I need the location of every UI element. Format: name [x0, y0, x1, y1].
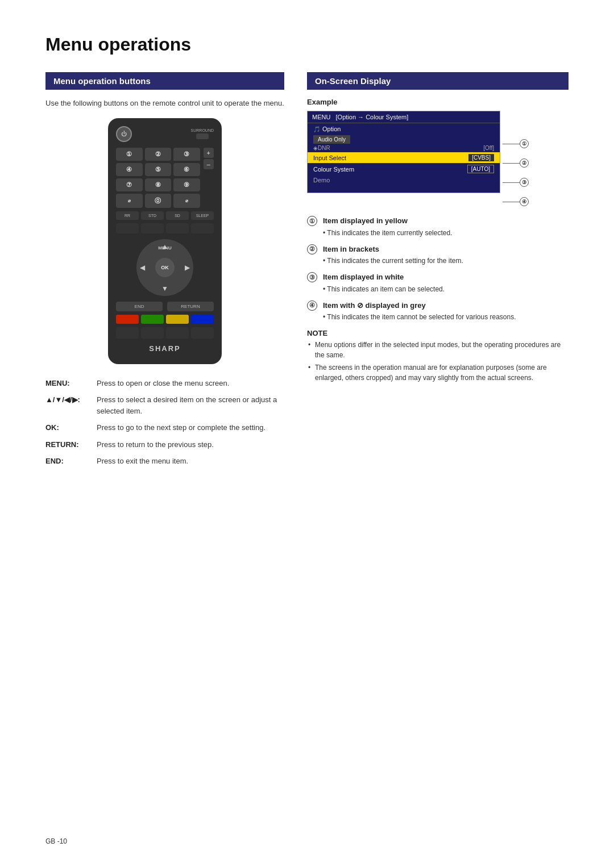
annotation-descriptions: ① Item displayed in yellow This indicate… [307, 215, 569, 322]
func-rect-4[interactable] [191, 223, 214, 233]
osd-header-text: MENU [Option → Colour System] [312, 114, 408, 120]
num-3-button[interactable]: ③ [173, 148, 200, 161]
power-button[interactable]: ⏻ [116, 126, 132, 142]
ann-num-4: ④ [503, 197, 529, 206]
ann-line-1 [503, 144, 520, 144]
num-6-button[interactable]: ⑥ [173, 163, 200, 176]
osd-option-label: Option [322, 126, 341, 132]
vol-plus-button[interactable]: + [204, 148, 214, 158]
function-row: RR STD SD SLEEP [116, 211, 214, 220]
ok-key-label: OK: [45, 422, 91, 433]
note-section: NOTE Menu options differ in the selected… [307, 329, 569, 383]
arrow-key-desc: ▲/▼/◀/▶: Press to select a desired item … [45, 394, 284, 416]
osd-demo-row: Demo [308, 175, 500, 187]
right-section-header: On-Screen Display [307, 72, 569, 90]
num-4-button[interactable]: ④ [116, 163, 143, 176]
note-2: The screens in the operation manual are … [307, 362, 569, 383]
num-2-button[interactable]: ② [145, 148, 172, 161]
ann-line-2 [503, 163, 520, 164]
menu-key-desc: MENU: Press to open or close the menu sc… [45, 378, 284, 389]
page-footer: GB -10 [45, 837, 67, 845]
sd-button[interactable]: SD [166, 211, 189, 220]
osd-audio-only-row: Audio Only [308, 135, 500, 144]
osd-header-bar: MENU [Option → Colour System] [308, 111, 500, 123]
func-rect-3[interactable] [166, 223, 189, 233]
osd-off-label: [Off] [483, 145, 494, 151]
color-rect-2[interactable] [141, 327, 164, 339]
annotation-4: ④ Item with ⊘ displayed in grey This ind… [307, 300, 569, 323]
dpad-ring: ▲ ▼ ◀ ▶ MENU OK [136, 239, 193, 296]
num-0-button[interactable]: ⓪ [145, 194, 172, 208]
dpad-left-icon: ◀ [140, 264, 145, 272]
osd-option-row: 🎵 Option [308, 123, 500, 135]
color-rect-4[interactable] [191, 327, 214, 339]
num-9-button[interactable]: ⑨ [173, 178, 200, 191]
surround-label: SURROUND [191, 128, 214, 132]
blue-button[interactable] [191, 315, 214, 324]
ann-4-num: ④ [307, 301, 317, 311]
ann-circle-3: ③ [520, 178, 529, 187]
osd-dnr-label: ◈DNR [313, 145, 330, 151]
annotation-2: ② Item in brackets This indicates the cu… [307, 244, 569, 266]
num-1-button[interactable]: ① [116, 148, 143, 161]
osd-side-numbers: ① ② ③ ④ [500, 111, 529, 206]
ann-3-content: Item displayed in white This indicates a… [323, 272, 445, 294]
volume-buttons: + – [204, 148, 214, 208]
note-title: NOTE [307, 329, 569, 337]
ann-circle-4: ④ [520, 197, 529, 206]
osd-demo-label: Demo [313, 177, 494, 183]
annotation-3: ③ Item displayed in white This indicates… [307, 272, 569, 294]
return-key-desc: RETURN: Press to return to the previous … [45, 439, 284, 450]
num-7-button[interactable]: ⑦ [116, 178, 143, 191]
ann-4-title: Item with ⊘ displayed in grey [323, 300, 516, 311]
ann-num-2: ② [503, 158, 529, 168]
yellow-button[interactable] [166, 315, 189, 324]
end-return-row: END RETURN [116, 302, 214, 311]
intro-text: Use the following buttons on the remote … [45, 98, 284, 109]
osd-bottom-spacer [308, 187, 500, 193]
ann-1-content: Item displayed in yellow This indicates … [323, 215, 452, 238]
num-5-button[interactable]: ⑤ [145, 163, 172, 176]
return-key-label: RETURN: [45, 439, 91, 450]
function-row-rects [116, 223, 214, 233]
arrow-key-text: Press to select a desired item on the sc… [97, 394, 284, 416]
ok-button[interactable]: MENU OK [155, 258, 175, 277]
color-buttons-row [116, 315, 214, 324]
menu-key-label: MENU: [45, 378, 91, 389]
color-rect-1[interactable] [116, 327, 139, 339]
ann-2-content: Item in brackets This indicates the curr… [323, 244, 463, 266]
osd-display: MENU [Option → Colour System] 🎵 Option A… [307, 111, 500, 193]
osd-colour-system-row: Colour System [AUTO] [308, 163, 500, 175]
arrow-key-label: ▲/▼/◀/▶: [45, 394, 91, 406]
ann-2-title: Item in brackets [323, 244, 463, 255]
remote-control: ⏻ SURROUND ① ② ③ ④ ⑤ ⑥ ⑦ ⑧ ⑨ [108, 118, 222, 364]
ann-1-bullet: This indicates the item currently select… [323, 228, 452, 238]
return-button[interactable]: RETURN [167, 302, 214, 311]
red-button[interactable] [116, 315, 139, 324]
std-button[interactable]: STD [141, 211, 164, 220]
num-8-button[interactable]: ⑧ [145, 178, 172, 191]
ann-num-3: ③ [503, 178, 529, 187]
number-grid: ① ② ③ ④ ⑤ ⑥ ⑦ ⑧ ⑨ ⌀ ⓪ ⌀ [116, 148, 200, 208]
color-rect-3[interactable] [166, 327, 189, 339]
end-key-label: END: [45, 456, 91, 467]
ann-3-num: ③ [307, 272, 317, 282]
brand-logo: SHARP [149, 344, 181, 353]
dpad-down-icon: ▼ [161, 285, 168, 293]
rr-button[interactable]: RR [116, 211, 139, 220]
func-rect-2[interactable] [141, 223, 164, 233]
ann-num-1: ① [503, 139, 529, 148]
surround-button[interactable] [196, 133, 209, 139]
symbol-button[interactable]: ⌀ [116, 194, 143, 208]
ann-1-title: Item displayed in yellow [323, 215, 452, 227]
power-icon: ⏻ [121, 131, 127, 137]
func-rect-1[interactable] [116, 223, 139, 233]
left-section-header: Menu operation buttons [45, 72, 284, 90]
sleep-button[interactable]: SLEEP [191, 211, 214, 220]
symbol2-button[interactable]: ⌀ [173, 194, 200, 208]
surround-section: SURROUND [191, 128, 214, 139]
green-button[interactable] [141, 315, 164, 324]
dpad[interactable]: ▲ ▼ ◀ ▶ MENU OK [136, 239, 193, 296]
end-button[interactable]: END [116, 302, 163, 311]
vol-minus-button[interactable]: – [204, 159, 214, 169]
